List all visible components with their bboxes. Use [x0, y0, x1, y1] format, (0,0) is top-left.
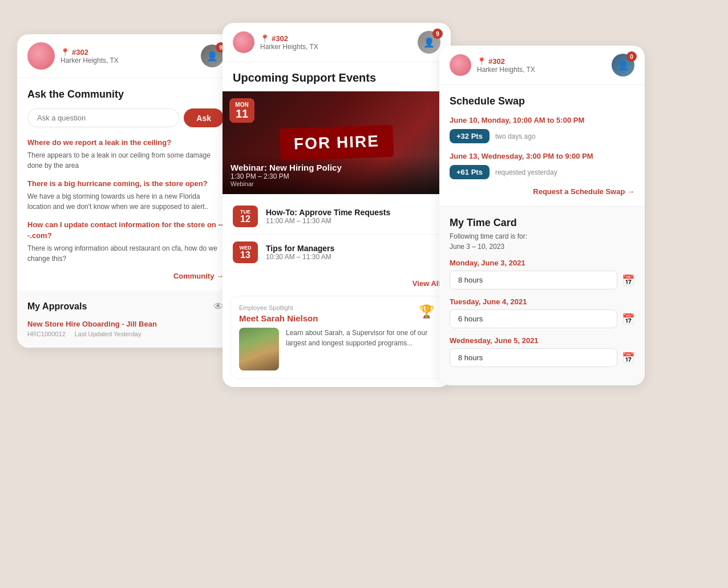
notification-badge-2: 9 — [432, 29, 443, 39]
points-badge-2: +61 Pts — [450, 165, 490, 179]
event-badge-1: TUE 12 — [233, 206, 258, 227]
event-badge-2: WED 13 — [233, 241, 258, 263]
community-section: Ask the Community Ask Where do we report… — [17, 78, 234, 291]
location-number-1: 📍 #302 — [60, 48, 195, 57]
view-all-link[interactable]: View All — [223, 275, 451, 296]
swap-item-1: June 10, Monday, 10:00 AM to 5:00 PM +32… — [450, 115, 634, 143]
map-pin-icon-2: 📍 — [260, 34, 269, 43]
avatar-blob-1 — [27, 42, 55, 70]
time-input-1[interactable] — [450, 271, 617, 289]
event-hero: FOR HIRE MON 11 Webinar: New Hiring Poli… — [223, 91, 451, 194]
approval-item-title: New Store Hire Oboarding - Jill Bean — [27, 320, 224, 328]
points-badge-1: +32 Pts — [450, 129, 490, 143]
hero-day-number: 11 — [235, 108, 249, 119]
map-pin-icon-3: 📍 — [477, 57, 486, 66]
event-time-2: 10:30 AM – 11:30 AM — [266, 253, 334, 261]
question-3: How can I update contact information for… — [27, 220, 224, 263]
time-card-section: My Time Card Following time card is for:… — [439, 206, 645, 385]
user-avatar-wrap-1: 👤 9 — [201, 45, 224, 67]
events-title: Upcoming Support Events — [223, 62, 451, 91]
notification-badge-3: 0 — [626, 51, 637, 62]
approval-updated: Last Updated Yesterday — [75, 331, 141, 337]
time-card-range: June 3 – 10, 2023 — [450, 243, 634, 251]
card3-header: 📍 #302 Harker Heights, TX 👤 0 — [439, 46, 645, 85]
question-title-1: Where do we report a leak in the ceiling… — [27, 138, 224, 148]
events-card: 📍 #302 Harker Heights, TX 👤 9 Upcoming S… — [223, 23, 451, 387]
time-entry-2: Tuesday, June 4, 2021 📅 — [450, 297, 634, 328]
location-info-3: 📍 #302 Harker Heights, TX — [477, 57, 606, 74]
event-day-num-2: 13 — [237, 251, 253, 260]
spotlight-image — [239, 328, 279, 370]
avatar-blob-3 — [450, 54, 471, 76]
map-pin-icon: 📍 — [60, 48, 70, 57]
schedule-swap-title: Schedule Swap — [450, 95, 634, 107]
schedule-card: 📍 #302 Harker Heights, TX 👤 0 Schedule S… — [439, 46, 645, 385]
time-card-for: Following time card is for: — [450, 232, 634, 240]
calendar-icon-3: 📅 — [622, 352, 634, 364]
approvals-header: My Approvals 👁 — [27, 301, 224, 313]
time-entry-1: Monday, June 3, 2021 📅 — [450, 259, 634, 289]
search-input[interactable] — [27, 108, 179, 127]
spotlight-labels: Employee Spotlight Meet Sarah Nielson — [239, 304, 318, 328]
swap-time-ago-2: requested yesterday — [495, 168, 557, 176]
time-input-3[interactable] — [450, 348, 617, 367]
community-card: 📍 #302 Harker Heights, TX 👤 9 Ask the Co… — [17, 34, 234, 348]
event-list-item-1: TUE 12 How-To: Approve Time Requests 11:… — [233, 199, 440, 235]
approval-id: HRC1000012 — [27, 331, 66, 337]
user-avatar-wrap-3: 👤 0 — [612, 54, 634, 76]
search-bar: Ask — [27, 108, 224, 127]
event-list-item-2: WED 13 Tips for Managers 10:30 AM – 11:3… — [233, 235, 440, 270]
hire-sign: FOR HIRE — [280, 125, 394, 161]
swap-item-2: June 13, Wednesday, 3:00 PM to 9:00 PM +… — [450, 151, 634, 179]
time-entry-date-3: Wednesday, June 5, 2021 — [450, 336, 634, 345]
approval-meta: HRC1000012 Last Updated Yesterday — [27, 331, 224, 337]
spotlight-container: Employee Spotlight Meet Sarah Nielson 🏆 … — [223, 296, 451, 387]
event-info-1: How-To: Approve Time Requests 11:00 AM –… — [266, 208, 390, 225]
time-input-row-3: 📅 — [450, 348, 634, 367]
location-city-3: Harker Heights, TX — [477, 66, 606, 74]
ask-button[interactable]: Ask — [184, 108, 224, 127]
event-info-2: Tips for Managers 10:30 AM – 11:30 AM — [266, 244, 334, 261]
time-entry-date-1: Monday, June 3, 2021 — [450, 259, 634, 267]
question-desc-1: There appears to be a leak in our ceilin… — [27, 150, 224, 171]
location-info-1: 📍 #302 Harker Heights, TX — [60, 48, 195, 65]
avatar-blob-2 — [233, 31, 254, 53]
question-title-2: There is a big hurricane coming, is the … — [27, 179, 224, 189]
event-hero-info: Webinar: New Hiring Policy 1:30 PM – 2:3… — [223, 156, 451, 194]
spotlight-body: Learn about Sarah, a Supervisor for one … — [239, 328, 434, 370]
question-title-3: How can I update contact information for… — [27, 220, 224, 240]
card2-header: 📍 #302 Harker Heights, TX 👤 9 — [223, 23, 451, 62]
time-input-row-2: 📅 — [450, 309, 634, 328]
community-link[interactable]: Community → — [27, 272, 224, 280]
location-number-3: 📍 #302 — [477, 57, 606, 66]
spotlight-header: Employee Spotlight Meet Sarah Nielson 🏆 — [239, 304, 434, 328]
spotlight-desc: Learn about Sarah, a Supervisor for one … — [286, 328, 434, 348]
hero-date-badge: MON 11 — [229, 98, 254, 123]
trophy-icon: 🏆 — [419, 304, 434, 319]
spotlight-label: Employee Spotlight — [239, 304, 318, 311]
question-desc-3: There is wrong information about restaur… — [27, 243, 224, 264]
question-desc-2: We have a big storming towards us here i… — [27, 191, 224, 212]
swap-points-row-2: +61 Pts requested yesterday — [450, 165, 634, 179]
location-info-2: 📍 #302 Harker Heights, TX — [260, 34, 412, 51]
hero-event-name: Webinar: New Hiring Policy — [230, 163, 443, 172]
spotlight-name: Meet Sarah Nielson — [239, 313, 318, 323]
time-entry-3: Wednesday, June 5, 2021 📅 — [450, 336, 634, 367]
time-input-2[interactable] — [450, 309, 617, 328]
swap-date-2: June 13, Wednesday, 3:00 PM to 9:00 PM — [450, 151, 634, 162]
event-name-2: Tips for Managers — [266, 244, 334, 253]
approvals-section: My Approvals 👁 New Store Hire Oboarding … — [17, 291, 234, 348]
calendar-icon-2: 📅 — [622, 313, 634, 325]
question-2: There is a big hurricane coming, is the … — [27, 179, 224, 212]
event-day-num-1: 12 — [237, 215, 253, 224]
request-swap-link[interactable]: Request a Schedule Swap → — [450, 187, 634, 196]
event-name-1: How-To: Approve Time Requests — [266, 208, 390, 217]
schedule-swap-section: Schedule Swap June 10, Monday, 10:00 AM … — [439, 85, 645, 206]
location-city-2: Harker Heights, TX — [260, 43, 412, 51]
swap-time-ago-1: two days ago — [495, 132, 536, 140]
card1-header: 📍 #302 Harker Heights, TX 👤 9 — [17, 34, 234, 78]
hero-event-type: Webinar — [230, 180, 443, 187]
time-entry-date-2: Tuesday, June 4, 2021 — [450, 297, 634, 306]
event-list: TUE 12 How-To: Approve Time Requests 11:… — [223, 194, 451, 275]
time-input-row-1: 📅 — [450, 271, 634, 289]
